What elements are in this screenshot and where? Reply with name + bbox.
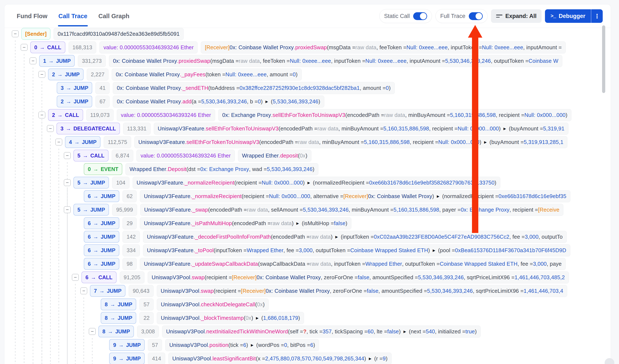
call-chip[interactable]: UniswapV3Pool.swap (recipient = [Receive…: [157, 285, 567, 297]
jump-badge[interactable]: 7→JUMP: [90, 285, 126, 297]
collapse-toggle-icon[interactable]: −: [89, 328, 96, 335]
tab-call-graph[interactable]: Call Graph: [98, 4, 129, 28]
jump-badge[interactable]: 8→JUMP: [101, 298, 136, 310]
call-chip[interactable]: Wrapped Ether.deposit (0x): [238, 150, 311, 162]
jump-badge[interactable]: 6→JUMP: [84, 231, 119, 243]
collapse-toggle-icon[interactable]: −: [39, 112, 45, 118]
full-trace-toggle-pill[interactable]: Full Trace: [435, 9, 488, 23]
jump-badge[interactable]: 5→JUMP: [73, 204, 109, 216]
collapse-toggle-icon[interactable]: −: [39, 71, 45, 78]
badge-label: CALL: [90, 153, 104, 159]
jump-badge[interactable]: 6→JUMP: [84, 217, 119, 229]
collapse-toggle-icon[interactable]: −: [12, 30, 19, 37]
jump-badge[interactable]: 9→JUMP: [109, 339, 145, 351]
call-text-segment: 5,530,346,393,246: [303, 207, 349, 213]
vertical-scrollbar-thumb[interactable]: [602, 25, 605, 93]
jump-badge[interactable]: 8→JUMP: [98, 325, 134, 337]
badge-label: JUMP: [74, 85, 88, 91]
call-text-segment: Null: 0xeee...eee: [482, 44, 523, 51]
call-text-segment: UniswapV3Feature: [137, 180, 183, 186]
call-chip[interactable]: UniswapV3Feature._swap (encodedPath = ra…: [140, 204, 563, 216]
call-chip[interactable]: UniswapV3Feature._isPathMultiHop (encode…: [140, 217, 352, 229]
kebab-menu-icon: ⋮: [594, 13, 600, 20]
call-text-segment: UniswapV3Pool: [169, 342, 208, 348]
expand-all-button[interactable]: Expand: All: [491, 9, 542, 23]
ether-value-chip[interactable]: value: 0.000005530346393246 Ether: [137, 150, 235, 162]
call-chip[interactable]: 0x: Coinbase Wallet Proxy._sendETH (toAd…: [113, 82, 394, 94]
jump-badge[interactable]: 2→JUMP: [48, 68, 84, 80]
collapse-toggle-icon[interactable]: −: [80, 287, 87, 294]
call-chip[interactable]: 0x117fcacd9f0310a09487de52ea363e89d5fb50…: [54, 28, 184, 40]
call-chip[interactable]: UniswapV3Feature._normalizeRecipient (re…: [133, 177, 501, 189]
collapse-toggle-icon[interactable]: −: [21, 44, 28, 51]
jump-badge[interactable]: 6→JUMP: [84, 258, 119, 270]
call-text-segment: 357: [323, 328, 332, 335]
call-text-segment: 0x: Coinbase Wallet Proxy: [266, 288, 330, 294]
call-chip[interactable]: UniswapV3Feature._toPool (inputToken = W…: [143, 244, 570, 256]
tab-call-trace[interactable]: Call Trace: [58, 4, 87, 28]
call-badge[interactable]: 5→CALL: [73, 150, 109, 162]
debugger-button[interactable]: >_ Debugger: [545, 9, 591, 23]
jump-badge[interactable]: 5→JUMP: [73, 177, 109, 189]
jump-badge[interactable]: 3→JUMP: [57, 82, 92, 94]
call-chip[interactable]: 0x: Coinbase Wallet Proxy.proxiedSwap (m…: [109, 55, 562, 67]
badge-arrow-icon: →: [110, 315, 115, 321]
call-chip[interactable]: 0x: Coinbase Wallet Proxy._payFees (toke…: [112, 68, 302, 81]
gas-chip: 57: [140, 298, 154, 310]
call-badge[interactable]: 2→CALL: [48, 109, 83, 121]
collapse-toggle-icon[interactable]: −: [64, 179, 71, 186]
output-arrow-icon: ▶: [369, 357, 372, 361]
tab-call-trace-label: Call Trace: [58, 13, 87, 20]
call-chip[interactable]: [Receiver] 0x: Coinbase Wallet Proxy.pro…: [201, 41, 566, 54]
call-chip[interactable]: UniswapV3Pool.checkNotDelegateCall (0x): [157, 298, 269, 310]
call-chip[interactable]: UniswapV3Pool.position (tick = 6) ▶ (wor…: [165, 339, 319, 351]
jump-badge[interactable]: 4→JUMP: [65, 136, 100, 148]
call-text-segment: .swap: [199, 288, 214, 294]
call-chip[interactable]: UniswapV3Feature._decodeFirstPoolInfoFro…: [143, 231, 567, 243]
jump-badge[interactable]: 6→JUMP: [84, 244, 119, 256]
call-chip[interactable]: Wrapped Ether.Deposit (dst = 0x: Exchang…: [126, 163, 318, 175]
call-chip[interactable]: 0x: Exchange Proxy.sellEthForTokenToUnis…: [218, 109, 572, 121]
call-chip[interactable]: 0x: Coinbase Wallet Proxy.add (a = 5,530…: [113, 95, 324, 108]
call-text-segment: .proxiedSwap: [294, 44, 327, 51]
call-chip[interactable]: UniswapV3Feature._normalizeRecipient (re…: [140, 190, 570, 202]
call-chip[interactable]: UniswapV3Pool.leastSignificantBit (x = 2…: [169, 352, 392, 364]
call-chip[interactable]: UniswapV3Feature._updateSwapCallbackData…: [140, 258, 566, 270]
badge-arrow-icon: →: [93, 261, 98, 267]
call-text-segment: false: [334, 220, 345, 226]
collapse-toggle-icon[interactable]: −: [30, 57, 36, 64]
jump-badge[interactable]: 8→JUMP: [101, 312, 136, 324]
call-badge[interactable]: 6→CALL: [82, 271, 117, 283]
call-text-segment: 0x: Coinbase Wallet Proxy: [257, 274, 321, 281]
jump-badge[interactable]: 6→JUMP: [84, 190, 119, 202]
ether-value-chip[interactable]: value: 0.000005530346393246 Ether: [99, 41, 197, 54]
call-text-segment: (encodedPath =: [259, 139, 298, 145]
collapse-toggle-icon[interactable]: −: [72, 274, 79, 281]
call-chip[interactable]: UniswapV3Pool._blockTimestamp (0x) ▶ (1,…: [157, 312, 304, 324]
jump-badge[interactable]: 2→JUMP: [57, 95, 92, 107]
jump-badge[interactable]: 1→JUMP: [39, 55, 75, 67]
call-chip[interactable]: UniswapV3Pool.swap (recipient = [Receive…: [148, 271, 569, 283]
collapse-toggle-icon[interactable]: −: [64, 152, 71, 159]
call-chip[interactable]: UniswapV3Pool.nextInitializedTickWithinO…: [162, 325, 481, 337]
sender-badge[interactable]: [Sender]: [21, 28, 50, 40]
trace-row: 6→JUMP98UniswapV3Feature._updateSwapCall…: [0, 258, 619, 270]
call-chip[interactable]: UniswapV3Feature.sellEthForTokenToUniswa…: [154, 123, 569, 135]
jump-badge[interactable]: 9→JUMP: [109, 352, 145, 364]
full-trace-toggle[interactable]: [469, 12, 483, 20]
call-chip[interactable]: UniswapV3Feature.sellEthForTokenToUniswa…: [134, 136, 567, 148]
badge-depth: 8: [105, 301, 108, 308]
event-badge[interactable]: 0→EVENT: [84, 163, 122, 175]
collapse-toggle-icon[interactable]: −: [56, 139, 62, 146]
ether-value-chip[interactable]: value: 0.000005530346393246 Ether: [117, 109, 215, 121]
static-call-toggle-pill[interactable]: Static Call: [379, 9, 432, 23]
delegatecall-badge[interactable]: 3→DELEGATECALL: [56, 123, 120, 135]
call-badge[interactable]: 0→CALL: [30, 41, 65, 53]
call-text-segment: 3,000: [533, 261, 547, 267]
collapse-toggle-icon[interactable]: −: [47, 125, 54, 132]
tab-fund-flow[interactable]: Fund Flow: [17, 4, 47, 28]
call-text-segment: , amount =: [360, 85, 386, 91]
debugger-menu-button[interactable]: ⋮: [591, 9, 603, 23]
collapse-toggle-icon[interactable]: −: [64, 206, 71, 213]
static-call-toggle[interactable]: [413, 12, 427, 20]
